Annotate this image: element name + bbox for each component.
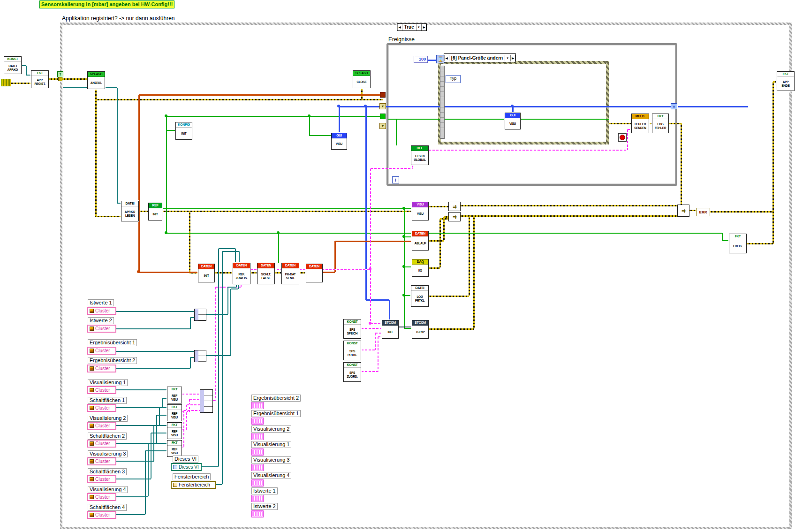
- konst-sps-speich[interactable]: KONSTSPSSPEICH: [343, 319, 361, 339]
- window-reference-icon: [173, 483, 177, 487]
- schaltflaechen-1[interactable]: Cluster: [87, 404, 116, 412]
- daten-init[interactable]: DATENINIT: [198, 264, 215, 282]
- konst-sps-prtkl[interactable]: KONSTSPSPRTKL: [343, 341, 361, 360]
- ergebnisuebersicht-2-out[interactable]: [251, 402, 264, 409]
- event-data-node[interactable]: [440, 66, 445, 139]
- bundle-ergebnisuebersicht[interactable]: [194, 350, 206, 362]
- event-selector-prev-icon[interactable]: ◀: [444, 55, 449, 61]
- org-junction-14: [137, 270, 140, 273]
- visualisierung-4-out[interactable]: [251, 479, 264, 486]
- schaltflaechen-2[interactable]: Cluster: [87, 440, 116, 448]
- grn-wire-52: [396, 119, 397, 145]
- daten-schlt-false-label: SCHLT.FALSE: [257, 268, 274, 284]
- fensterbereich[interactable]: Fensterbereich: [171, 481, 216, 489]
- datei-log-prtkl[interactable]: DATEILOGPRTKL: [411, 285, 429, 307]
- stcom-tcpip[interactable]: STCOMTCP/IP: [412, 320, 429, 339]
- fkt-freig[interactable]: FKTFREIG.: [729, 234, 747, 253]
- ref-init[interactable]: REFINIT: [148, 203, 162, 220]
- visualisierung-2[interactable]: Cluster: [87, 422, 116, 430]
- stcom-init[interactable]: STCOMINIT: [382, 320, 399, 339]
- istwerte-2-out[interactable]: [251, 510, 264, 517]
- istwerte-1[interactable]: Cluster: [87, 307, 116, 315]
- grn-junction-2: [165, 114, 167, 117]
- case-selector-prev-icon[interactable]: ◀: [397, 24, 402, 30]
- bundle-visualisierung[interactable]: [200, 389, 213, 413]
- stcom-tcpip-label: TCP/IP: [412, 326, 428, 338]
- istwerte-1-value: Cluster: [95, 308, 110, 313]
- pnk-wire-74: [361, 328, 382, 329]
- visu-visu[interactable]: VISUVISU: [412, 202, 429, 220]
- fkt-ref-visu-4[interactable]: FKTREFVISU: [167, 440, 182, 457]
- visualisierung-2-out[interactable]: [251, 433, 264, 440]
- pnk-wire-76: [375, 333, 376, 350]
- org-wire-63: [138, 95, 140, 272]
- case-selector-dropdown-icon[interactable]: ▼: [416, 24, 422, 30]
- event-selector-value[interactable]: [6] Panel-Größe ändern: [449, 55, 505, 61]
- visualisierung-4-out-label: Visualisierung 4: [251, 472, 291, 479]
- konst-datei-appko[interactable]: KONSTDATEIAPP.KO: [4, 56, 22, 74]
- daten-schlt-false[interactable]: DATENSCHLT.FALSE: [257, 263, 275, 284]
- konst-sps-zuord[interactable]: KONSTSPSZUORD.: [343, 362, 361, 382]
- datei-log-prtkl-label: LOGPRTKL: [411, 291, 428, 306]
- stop-button[interactable]: [618, 133, 627, 142]
- visualisierung-3-out[interactable]: [251, 464, 264, 471]
- datei-appko-lesen[interactable]: DATEIAPP.KOLESEN: [121, 201, 139, 221]
- istwerte-1-out[interactable]: [251, 495, 264, 502]
- fkt-ref-visu-2-label: REFVISU: [167, 410, 182, 421]
- gui-visu-main[interactable]: GUIVISU: [331, 133, 347, 150]
- ergebnisuebersicht-1-out[interactable]: [251, 418, 264, 425]
- konfig-init[interactable]: KONFIGINIT: [175, 122, 192, 140]
- blu-wire-61: [389, 300, 390, 320]
- schaltflaechen-3[interactable]: Cluster: [87, 475, 116, 483]
- splash-anzeig[interactable]: SPLASHANZEIG.: [87, 71, 105, 89]
- cluster-indicator-icon: [252, 418, 263, 424]
- daq-io[interactable]: DAQI/O: [412, 259, 429, 277]
- meld-fehler-senden[interactable]: MELD.FEHLERSENDEN: [631, 114, 649, 133]
- visualisierung-3[interactable]: Cluster: [87, 457, 116, 465]
- fkt-log-fehler[interactable]: FKTLOGFEHLER: [652, 114, 669, 133]
- case-selector[interactable]: ◀ True ▼ ▶: [397, 23, 427, 31]
- merge-errors-3[interactable]: ⇉: [677, 205, 689, 217]
- info-icon[interactable]: i: [392, 176, 399, 183]
- event-selector-next-icon[interactable]: ▶: [510, 55, 515, 61]
- fkt-app-regist[interactable]: FKTAPP.REGIST.: [31, 70, 49, 88]
- event-case-selector[interactable]: ◀ [6] Panel-Größe ändern ▼ ▶: [444, 53, 516, 62]
- istwerte-2[interactable]: Cluster: [87, 325, 116, 333]
- schaltflaechen-4[interactable]: Cluster: [87, 511, 116, 519]
- daten-pkdat-send[interactable]: DATENPK-DATSEND.: [281, 263, 299, 284]
- visualisierung-4[interactable]: Cluster: [87, 493, 116, 501]
- event-timeout-constant[interactable]: 100: [414, 56, 428, 63]
- ergebnisuebersicht-2[interactable]: Cluster: [87, 365, 116, 372]
- gui-visu-main-line-1: VISU: [332, 142, 347, 146]
- case-selector-value[interactable]: True: [402, 24, 416, 30]
- daten-weitere[interactable]: DATEN: [306, 264, 323, 282]
- splash-close[interactable]: SPLASHCLOSE: [353, 70, 371, 88]
- bundle-istwerte[interactable]: [194, 309, 206, 321]
- event-selector-dropdown-icon[interactable]: ▼: [505, 55, 510, 61]
- gui-visu-event[interactable]: GUIVISU: [505, 113, 521, 129]
- diagram-comment[interactable]: Sensorskalierung in [mbar] angeben bei H…: [39, 0, 174, 8]
- case-selector-next-icon[interactable]: ▶: [422, 24, 427, 30]
- fkt-ref-visu-2-line-1: REF: [167, 412, 182, 416]
- fkt-app-ende[interactable]: FKTAPPENDE: [777, 71, 795, 91]
- dieses-vi[interactable]: Dieses VI: [171, 463, 202, 471]
- daten-pkdat-send-line-1: PK-DAT: [282, 273, 299, 276]
- fkt-ref-visu-2[interactable]: FKTREFVISU: [167, 404, 182, 421]
- blu-wire-62: [428, 60, 436, 61]
- merge-errors-1[interactable]: ⇉: [448, 202, 461, 211]
- ref-lesen-global[interactable]: REFLESENGLOBAL: [411, 145, 429, 165]
- event-data-typ-terminal[interactable]: Typ: [446, 75, 461, 83]
- grn-wire-38: [167, 116, 383, 117]
- fkt-ref-visu-3[interactable]: FKTREFVISU: [167, 422, 182, 439]
- daten-ref-zuweis[interactable]: DATENREF.ZUWEIS.: [233, 263, 250, 284]
- datei-log-prtkl-header: DATEI: [411, 286, 428, 291]
- fkt-ref-visu-1[interactable]: FKTREFVISU: [167, 387, 182, 403]
- visualisierung-1[interactable]: Cluster: [87, 386, 116, 394]
- merge-errors-2[interactable]: ⇉: [448, 212, 461, 221]
- error-out-box[interactable]: ERR: [696, 208, 710, 216]
- ergebnisuebersicht-1[interactable]: Cluster: [87, 347, 116, 355]
- daten-ablauf[interactable]: DATENABLAUF: [412, 231, 429, 251]
- error-cluster-constant[interactable]: [1, 79, 11, 86]
- gui-visu-main-header: GUI: [332, 133, 347, 138]
- visualisierung-1-out[interactable]: [251, 448, 264, 456]
